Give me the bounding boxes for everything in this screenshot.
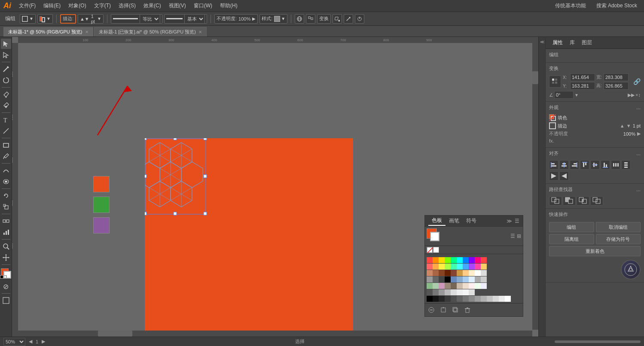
color-swatch-cell[interactable]	[469, 276, 475, 282]
menu-view[interactable]: 视图(V)	[165, 1, 189, 10]
menu-text[interactable]: 文字(T)	[91, 1, 114, 10]
color-swatch-cell[interactable]	[457, 283, 463, 289]
pathfinder-intersect-btn[interactable]	[577, 196, 589, 206]
panel-menu-btn[interactable]: ☰	[515, 218, 519, 224]
align-center-v-btn[interactable]	[590, 160, 600, 170]
zoom-select[interactable]: 50% 100% 200%	[3, 338, 25, 346]
color-swatch-cell[interactable]	[439, 257, 445, 263]
color-swatch-cell[interactable]	[439, 283, 445, 289]
toolbar-stroke-style[interactable]: 等比	[111, 14, 162, 24]
color-swatch-cell[interactable]	[451, 257, 457, 263]
color-swatch-cell[interactable]	[469, 257, 475, 263]
color-swatch-cell[interactable]	[433, 283, 439, 289]
color-swatch-cell[interactable]	[427, 283, 433, 289]
tab-document-1[interactable]: 未标题-1* @ 50% (RGB/GPU 预览) ✕	[3, 27, 93, 36]
toolbar-style[interactable]: 样式: ▼	[259, 14, 287, 24]
rpanel-tab-layers[interactable]: 图层	[578, 38, 595, 47]
color-swatch-cell[interactable]	[445, 276, 451, 282]
canvas-scrollbar-horizontal[interactable]	[12, 331, 532, 337]
tool-scale[interactable]	[1, 202, 11, 212]
transform-more-btn[interactable]: ▶▶	[628, 92, 635, 98]
color-swatch-cell[interactable]	[463, 276, 469, 282]
tab-close-2[interactable]: ✕	[198, 30, 202, 34]
transform-y-input[interactable]	[570, 82, 595, 90]
color-swatch-cell[interactable]	[475, 283, 481, 289]
menu-object[interactable]: 对象(O)	[65, 1, 89, 10]
zoom-control[interactable]: 50% 100% 200%	[3, 338, 25, 346]
color-swatch-cell[interactable]	[469, 264, 475, 270]
color-swatch-gray[interactable]	[481, 296, 487, 302]
toolbar-transform2-btn[interactable]	[344, 14, 353, 24]
hex-pattern-group[interactable]	[145, 138, 209, 219]
color-swatch-cell[interactable]	[481, 264, 487, 270]
color-swatch-cell[interactable]	[463, 257, 469, 263]
tool-rotate[interactable]	[1, 191, 11, 201]
tool-none[interactable]: ⊘	[1, 281, 11, 291]
align-more-btn[interactable]: ···	[636, 152, 641, 158]
color-swatch-cell[interactable]	[481, 270, 487, 276]
color-swatch-gray[interactable]	[505, 296, 511, 302]
tool-blob-brush[interactable]	[1, 176, 11, 187]
color-swatch-cell[interactable]	[445, 270, 451, 276]
color-swatch-cell[interactable]	[481, 276, 487, 282]
artboard-next-btn[interactable]: ▶	[42, 339, 45, 344]
menu-edit[interactable]: 编辑(E)	[40, 1, 64, 10]
color-swatch-cell[interactable]	[457, 264, 463, 270]
stroke-type-select[interactable]: 等比	[140, 14, 160, 24]
color-swatch-cell[interactable]	[463, 289, 469, 295]
color-swatch-cell[interactable]	[463, 264, 469, 270]
color-swatch-cell[interactable]	[427, 257, 433, 263]
color-swatch-cell[interactable]	[451, 289, 457, 295]
color-swatch-cell[interactable]	[457, 289, 463, 295]
tool-pan[interactable]	[1, 252, 11, 263]
tool-line[interactable]	[1, 126, 11, 136]
opacity-expand-btn[interactable]: ▶	[637, 131, 641, 137]
swatch-trash-btn[interactable]	[463, 305, 472, 315]
align-bottom-btn[interactable]	[601, 160, 610, 170]
swatch-add-library-btn[interactable]	[427, 305, 436, 315]
panel-tab-swatches[interactable]: 色板	[428, 216, 446, 226]
swatch-white[interactable]	[433, 247, 439, 253]
color-swatch-cell[interactable]	[469, 270, 475, 276]
tool-curvature[interactable]	[1, 165, 11, 176]
search-stock[interactable]: 搜索 Adobe Stock	[593, 1, 641, 10]
toolbar-distribute-btn[interactable]	[306, 14, 315, 24]
align-right-btn[interactable]	[570, 160, 579, 170]
menu-select[interactable]: 选择(S)	[115, 1, 139, 10]
color-swatch-cell[interactable]	[475, 270, 481, 276]
tool-eyedropper[interactable]	[1, 151, 11, 161]
swatch-duplicate-btn[interactable]	[451, 305, 460, 315]
color-swatch-cell[interactable]	[433, 270, 439, 276]
tool-zoom[interactable]	[1, 241, 11, 252]
tab-document-2[interactable]: 未标题-1 [已恢复].ai* @ 50% (RGB/GPU 预览) ✕	[94, 27, 207, 36]
color-swatch-cell[interactable]	[433, 276, 439, 282]
color-swatch-gray[interactable]	[493, 296, 499, 302]
transform-height-input[interactable]	[604, 82, 629, 90]
tool-graph[interactable]	[1, 227, 11, 237]
color-swatch-gray[interactable]	[439, 296, 445, 302]
color-swatch-gray[interactable]	[463, 296, 469, 302]
color-swatch-cell[interactable]	[433, 289, 439, 295]
color-swatch-cell[interactable]	[427, 276, 433, 282]
panel-strip-btn-1[interactable]: ≪	[539, 39, 545, 45]
angle-dropdown[interactable]: ▼	[574, 93, 579, 97]
color-swatch-gray[interactable]	[457, 296, 463, 302]
color-swatch-cell[interactable]	[445, 264, 451, 270]
tab-close-1[interactable]: ✕	[85, 30, 89, 34]
align-extra-2[interactable]	[559, 171, 569, 181]
align-center-h-btn[interactable]	[559, 160, 569, 170]
btn-group[interactable]: 编组	[549, 222, 594, 232]
color-swatch-cell[interactable]	[445, 283, 451, 289]
stroke-swatch[interactable]	[549, 122, 556, 129]
stroke-profile-select[interactable]: 基本	[184, 14, 205, 24]
tool-rectangle[interactable]	[1, 140, 11, 150]
color-swatch-cell[interactable]	[445, 289, 451, 295]
tool-lasso[interactable]	[1, 75, 11, 85]
btn-recolor[interactable]: 重新着色	[549, 246, 641, 256]
align-distribute-h-btn[interactable]	[611, 160, 620, 170]
swatch-move-btn[interactable]	[439, 305, 448, 315]
color-swatch-cell[interactable]	[463, 283, 469, 289]
color-swatch-cell[interactable]	[445, 257, 451, 263]
toolbar-shape-tool[interactable]: ▼	[20, 14, 36, 24]
swatch-grid-view[interactable]: ⊞	[517, 233, 521, 239]
